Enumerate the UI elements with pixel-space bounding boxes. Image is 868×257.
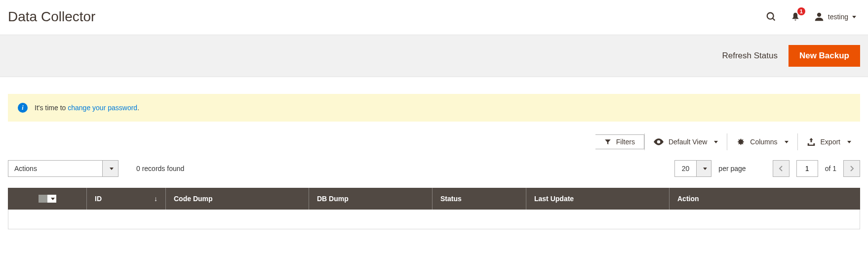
actions-select-label: Actions (8, 165, 102, 172)
user-menu[interactable]: testing (814, 12, 856, 22)
funnel-icon (604, 138, 611, 145)
per-page-label: per page (718, 165, 746, 172)
chevron-down-icon (852, 16, 856, 18)
chevron-left-icon (779, 165, 784, 172)
info-icon: i (18, 103, 28, 113)
default-view-label: Default View (669, 138, 707, 146)
chevron-down-icon (703, 168, 707, 170)
column-header-id[interactable]: ID ↓ (87, 188, 166, 210)
notice-prefix: It's time to (35, 104, 68, 112)
column-code-dump-label: Code Dump (174, 195, 213, 203)
svg-point-2 (817, 13, 821, 17)
column-select-all (8, 188, 87, 210)
action-bar: Refresh Status New Backup (0, 35, 868, 77)
refresh-status-button[interactable]: Refresh Status (722, 51, 777, 61)
default-view-button[interactable]: Default View (644, 133, 727, 150)
pager-next-button[interactable] (843, 160, 860, 177)
column-status-label: Status (440, 195, 462, 203)
chevron-down-icon (714, 141, 718, 143)
grid-body (8, 210, 860, 229)
user-icon (814, 12, 824, 22)
column-id-label: ID (95, 195, 102, 203)
username-label: testing (828, 13, 848, 21)
column-action-label: Action (677, 195, 699, 203)
filters-button[interactable]: Filters (595, 134, 644, 149)
actions-select-toggle[interactable] (102, 161, 118, 176)
notice-banner: i It's time to change your password. (8, 94, 860, 122)
column-header-code-dump[interactable]: Code Dump (166, 188, 309, 210)
columns-button[interactable]: Columns (727, 133, 797, 150)
eye-icon (654, 138, 664, 145)
column-header-status[interactable]: Status (433, 188, 526, 210)
records-found-label: 0 records found (136, 165, 184, 172)
notice-text: It's time to change your password. (35, 104, 139, 112)
notification-badge: 1 (797, 7, 805, 15)
total-pages-label: of 1 (825, 165, 836, 172)
column-header-db-dump[interactable]: DB Dump (309, 188, 433, 210)
per-page-select[interactable]: 20 (674, 160, 712, 177)
grid-toolbar: Filters Default View Columns Export (0, 122, 868, 155)
per-page-value: 20 (675, 165, 697, 172)
svg-line-1 (773, 18, 775, 21)
new-backup-button[interactable]: New Backup (789, 45, 860, 67)
grid-header-row: ID ↓ Code Dump DB Dump Status Last Updat… (8, 188, 860, 210)
export-icon (807, 138, 816, 146)
per-page-toggle[interactable] (696, 161, 711, 176)
filters-label: Filters (616, 138, 635, 146)
chevron-right-icon (849, 165, 854, 172)
column-last-update-label: Last Update (534, 195, 574, 203)
sort-down-icon: ↓ (154, 195, 158, 203)
export-label: Export (821, 138, 840, 146)
change-password-link[interactable]: change your password (68, 104, 137, 112)
svg-point-0 (767, 13, 774, 19)
chevron-down-icon (110, 168, 114, 170)
gear-icon (736, 137, 745, 146)
export-button[interactable]: Export (797, 133, 860, 150)
list-bar: Actions 0 records found 20 per page of 1 (0, 155, 868, 184)
column-header-action[interactable]: Action (670, 188, 860, 210)
chevron-down-icon (785, 141, 789, 143)
pager-prev-button[interactable] (773, 160, 789, 177)
notice-suffix: . (137, 104, 139, 112)
current-page-input[interactable] (796, 160, 818, 177)
column-header-last-update[interactable]: Last Update (526, 188, 670, 210)
columns-label: Columns (750, 138, 777, 146)
chevron-down-icon (51, 198, 55, 200)
select-all-checkbox[interactable] (39, 195, 56, 203)
chevron-down-icon (847, 141, 851, 143)
notification-icon[interactable]: 1 (790, 11, 800, 22)
column-db-dump-label: DB Dump (317, 195, 349, 203)
actions-select[interactable]: Actions (8, 160, 118, 177)
page-title: Data Collector (8, 9, 95, 25)
search-icon[interactable] (766, 11, 777, 22)
